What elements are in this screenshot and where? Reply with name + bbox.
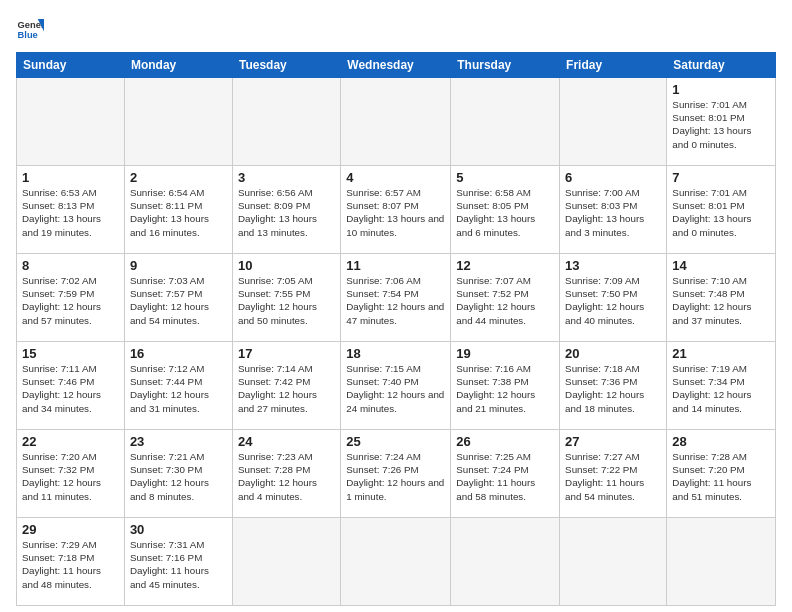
calendar-day: 27Sunrise: 7:27 AMSunset: 7:22 PMDayligh… [560,430,667,518]
calendar-day: 1Sunrise: 7:01 AMSunset: 8:01 PMDaylight… [667,78,776,166]
calendar-day: 28Sunrise: 7:28 AMSunset: 7:20 PMDayligh… [667,430,776,518]
calendar-header: SundayMondayTuesdayWednesdayThursdayFrid… [17,53,776,78]
day-number: 17 [238,346,335,361]
day-number: 8 [22,258,119,273]
calendar-day: 6Sunrise: 7:00 AMSunset: 8:03 PMDaylight… [560,166,667,254]
day-info: Sunrise: 7:16 AMSunset: 7:38 PMDaylight:… [456,362,554,415]
day-info: Sunrise: 7:07 AMSunset: 7:52 PMDaylight:… [456,274,554,327]
calendar-day: 15Sunrise: 7:11 AMSunset: 7:46 PMDayligh… [17,342,125,430]
day-info: Sunrise: 6:53 AMSunset: 8:13 PMDaylight:… [22,186,119,239]
calendar-week: 1Sunrise: 6:53 AMSunset: 8:13 PMDaylight… [17,166,776,254]
day-number: 6 [565,170,661,185]
day-info: Sunrise: 7:03 AMSunset: 7:57 PMDaylight:… [130,274,227,327]
day-info: Sunrise: 7:14 AMSunset: 7:42 PMDaylight:… [238,362,335,415]
calendar-week: 8Sunrise: 7:02 AMSunset: 7:59 PMDaylight… [17,254,776,342]
day-number: 18 [346,346,445,361]
empty-day [341,78,451,166]
day-info: Sunrise: 7:05 AMSunset: 7:55 PMDaylight:… [238,274,335,327]
day-number: 13 [565,258,661,273]
day-of-week-header: Wednesday [341,53,451,78]
calendar-day: 10Sunrise: 7:05 AMSunset: 7:55 PMDayligh… [232,254,340,342]
day-info: Sunrise: 7:00 AMSunset: 8:03 PMDaylight:… [565,186,661,239]
empty-day [232,78,340,166]
day-info: Sunrise: 7:31 AMSunset: 7:16 PMDaylight:… [130,538,227,591]
day-info: Sunrise: 7:15 AMSunset: 7:40 PMDaylight:… [346,362,445,415]
calendar-day: 25Sunrise: 7:24 AMSunset: 7:26 PMDayligh… [341,430,451,518]
day-info: Sunrise: 7:21 AMSunset: 7:30 PMDaylight:… [130,450,227,503]
day-info: Sunrise: 7:12 AMSunset: 7:44 PMDaylight:… [130,362,227,415]
calendar: SundayMondayTuesdayWednesdayThursdayFrid… [16,52,776,606]
calendar-week: 29Sunrise: 7:29 AMSunset: 7:18 PMDayligh… [17,518,776,606]
calendar-day: 3Sunrise: 6:56 AMSunset: 8:09 PMDaylight… [232,166,340,254]
logo: General Blue [16,16,44,44]
day-info: Sunrise: 7:25 AMSunset: 7:24 PMDaylight:… [456,450,554,503]
day-info: Sunrise: 7:01 AMSunset: 8:01 PMDaylight:… [672,186,770,239]
day-number: 1 [22,170,119,185]
calendar-day [451,518,560,606]
calendar-day [341,518,451,606]
day-of-week-header: Saturday [667,53,776,78]
day-of-week-header: Monday [124,53,232,78]
day-info: Sunrise: 6:57 AMSunset: 8:07 PMDaylight:… [346,186,445,239]
day-number: 11 [346,258,445,273]
day-number: 27 [565,434,661,449]
day-info: Sunrise: 7:27 AMSunset: 7:22 PMDaylight:… [565,450,661,503]
day-info: Sunrise: 7:20 AMSunset: 7:32 PMDaylight:… [22,450,119,503]
calendar-day: 18Sunrise: 7:15 AMSunset: 7:40 PMDayligh… [341,342,451,430]
day-number: 30 [130,522,227,537]
calendar-day [232,518,340,606]
calendar-day: 16Sunrise: 7:12 AMSunset: 7:44 PMDayligh… [124,342,232,430]
calendar-day: 4Sunrise: 6:57 AMSunset: 8:07 PMDaylight… [341,166,451,254]
day-info: Sunrise: 7:09 AMSunset: 7:50 PMDaylight:… [565,274,661,327]
empty-day [560,78,667,166]
calendar-day: 1Sunrise: 6:53 AMSunset: 8:13 PMDaylight… [17,166,125,254]
calendar-day: 5Sunrise: 6:58 AMSunset: 8:05 PMDaylight… [451,166,560,254]
calendar-body: 1Sunrise: 7:01 AMSunset: 8:01 PMDaylight… [17,78,776,606]
day-number: 3 [238,170,335,185]
calendar-day: 7Sunrise: 7:01 AMSunset: 8:01 PMDaylight… [667,166,776,254]
calendar-day [667,518,776,606]
calendar-day: 24Sunrise: 7:23 AMSunset: 7:28 PMDayligh… [232,430,340,518]
calendar-day [560,518,667,606]
day-of-week-header: Tuesday [232,53,340,78]
calendar-day: 26Sunrise: 7:25 AMSunset: 7:24 PMDayligh… [451,430,560,518]
calendar-day: 14Sunrise: 7:10 AMSunset: 7:48 PMDayligh… [667,254,776,342]
calendar-day: 17Sunrise: 7:14 AMSunset: 7:42 PMDayligh… [232,342,340,430]
day-info: Sunrise: 7:02 AMSunset: 7:59 PMDaylight:… [22,274,119,327]
calendar-day: 8Sunrise: 7:02 AMSunset: 7:59 PMDaylight… [17,254,125,342]
empty-day [124,78,232,166]
day-info: Sunrise: 7:11 AMSunset: 7:46 PMDaylight:… [22,362,119,415]
day-number: 7 [672,170,770,185]
day-info: Sunrise: 7:24 AMSunset: 7:26 PMDaylight:… [346,450,445,503]
day-info: Sunrise: 7:28 AMSunset: 7:20 PMDaylight:… [672,450,770,503]
day-number: 23 [130,434,227,449]
calendar-day: 12Sunrise: 7:07 AMSunset: 7:52 PMDayligh… [451,254,560,342]
calendar-week: 1Sunrise: 7:01 AMSunset: 8:01 PMDaylight… [17,78,776,166]
day-info: Sunrise: 7:06 AMSunset: 7:54 PMDaylight:… [346,274,445,327]
empty-day [451,78,560,166]
day-number: 29 [22,522,119,537]
day-number: 19 [456,346,554,361]
calendar-day: 30Sunrise: 7:31 AMSunset: 7:16 PMDayligh… [124,518,232,606]
calendar-day: 20Sunrise: 7:18 AMSunset: 7:36 PMDayligh… [560,342,667,430]
day-number: 14 [672,258,770,273]
day-number: 26 [456,434,554,449]
calendar-day: 19Sunrise: 7:16 AMSunset: 7:38 PMDayligh… [451,342,560,430]
generalblue-logo-icon: General Blue [16,16,44,44]
day-info: Sunrise: 7:19 AMSunset: 7:34 PMDaylight:… [672,362,770,415]
day-number: 5 [456,170,554,185]
calendar-day: 9Sunrise: 7:03 AMSunset: 7:57 PMDaylight… [124,254,232,342]
day-of-week-header: Friday [560,53,667,78]
day-info: Sunrise: 6:58 AMSunset: 8:05 PMDaylight:… [456,186,554,239]
day-number: 21 [672,346,770,361]
day-number: 25 [346,434,445,449]
day-of-week-header: Thursday [451,53,560,78]
day-info: Sunrise: 7:01 AMSunset: 8:01 PMDaylight:… [672,98,770,151]
day-number: 22 [22,434,119,449]
calendar-day: 29Sunrise: 7:29 AMSunset: 7:18 PMDayligh… [17,518,125,606]
calendar-day: 2Sunrise: 6:54 AMSunset: 8:11 PMDaylight… [124,166,232,254]
page: General Blue SundayMondayTuesdayWednesda… [0,0,792,612]
day-info: Sunrise: 7:10 AMSunset: 7:48 PMDaylight:… [672,274,770,327]
calendar-day: 13Sunrise: 7:09 AMSunset: 7:50 PMDayligh… [560,254,667,342]
day-number: 2 [130,170,227,185]
